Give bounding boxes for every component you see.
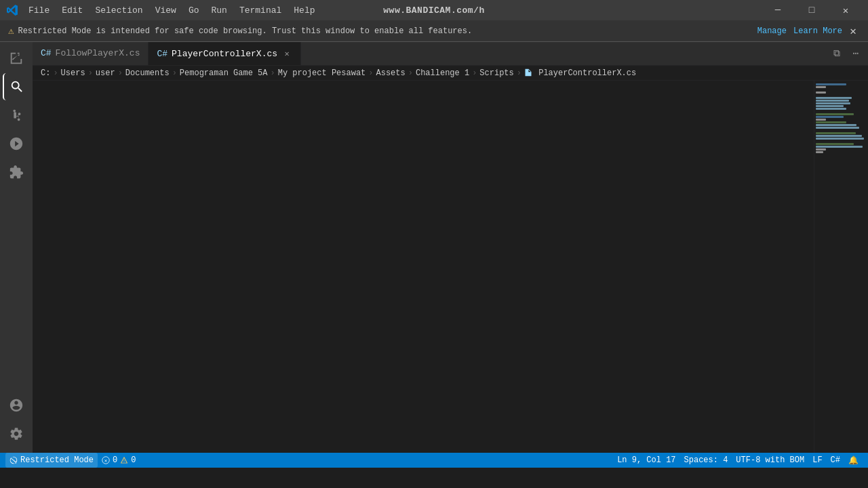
- cs-file-icon: C#: [41, 48, 52, 58]
- restricted-mode-icon: [9, 456, 18, 464]
- tab-label-follow: FollowPlayerX.cs: [56, 48, 140, 58]
- minimap: [814, 81, 868, 453]
- warning-message: Restricted Mode is intended for safe cod…: [18, 26, 753, 36]
- tabs-right-actions: ⧉ ⋯: [825, 42, 868, 65]
- tab-player-controller[interactable]: C# PlayerControllerX.cs ✕: [149, 42, 301, 65]
- split-editor-button[interactable]: ⧉: [829, 45, 845, 62]
- status-bar: Restricted Mode ✕ 0 0 Ln 9, Col 17 Space…: [0, 453, 868, 468]
- minimize-button[interactable]: ─: [762, 0, 793, 20]
- tab-follow-player[interactable]: C# FollowPlayerX.cs: [33, 42, 149, 65]
- activity-explorer[interactable]: [3, 45, 30, 72]
- main-container: C# FollowPlayerX.cs C# PlayerControllerX…: [0, 42, 868, 453]
- banner-close-button[interactable]: ✕: [846, 24, 860, 38]
- svg-text:✕: ✕: [104, 458, 108, 464]
- line-col-status[interactable]: Ln 9, Col 17: [613, 453, 679, 468]
- breadcrumb-users[interactable]: Users: [61, 68, 85, 78]
- breadcrumb-project[interactable]: My project Pesawat: [278, 68, 366, 78]
- menu-run[interactable]: Run: [205, 4, 232, 17]
- activity-extensions[interactable]: [3, 159, 30, 186]
- activity-search[interactable]: [3, 73, 30, 100]
- title-bar-left: File Edit Selection View Go Run Terminal…: [7, 4, 321, 17]
- notifications-button[interactable]: 🔔: [844, 453, 863, 468]
- warning-icon: ⚠: [8, 25, 14, 37]
- title-bar: File Edit Selection View Go Run Terminal…: [0, 0, 868, 20]
- maximize-button[interactable]: □: [796, 0, 827, 20]
- title-bar-right: ─ □ ✕: [762, 0, 861, 20]
- status-right: Ln 9, Col 17 Spaces: 4 UTF-8 with BOM LF…: [613, 453, 863, 468]
- restricted-mode-label: Restricted Mode: [20, 455, 94, 465]
- breadcrumb-challenge[interactable]: Challenge 1: [416, 68, 469, 78]
- cs-file-icon-active: C#: [157, 49, 167, 59]
- learn-more-link[interactable]: Learn More: [793, 26, 842, 36]
- menu-file[interactable]: File: [23, 4, 55, 17]
- activity-settings[interactable]: [3, 420, 30, 447]
- menu-selection[interactable]: Selection: [90, 4, 148, 17]
- menu-go[interactable]: Go: [183, 4, 205, 17]
- tab-label-controller: PlayerControllerX.cs: [172, 49, 277, 59]
- breadcrumb-scripts[interactable]: Scripts: [479, 68, 513, 78]
- line-numbers: [33, 81, 66, 453]
- more-actions-button[interactable]: ⋯: [848, 45, 864, 62]
- warning-count: 0: [131, 455, 136, 465]
- tab-close-button[interactable]: ✕: [281, 48, 292, 59]
- breadcrumb-c[interactable]: C:: [41, 68, 50, 78]
- activity-bar: [0, 42, 33, 453]
- tabs-bar: C# FollowPlayerX.cs C# PlayerControllerX…: [33, 42, 868, 66]
- activity-bottom: [3, 392, 30, 453]
- activity-source-control[interactable]: [3, 102, 30, 129]
- spaces-status[interactable]: Spaces: 4: [680, 453, 732, 468]
- menu-view[interactable]: View: [150, 4, 182, 17]
- error-icon: ✕: [102, 456, 110, 464]
- status-left: Restricted Mode ✕ 0 0: [5, 453, 140, 468]
- warning-icon: [120, 456, 128, 464]
- breadcrumb: C: › Users › user › Documents › Pemogram…: [33, 66, 868, 81]
- breadcrumb-documents[interactable]: Documents: [125, 68, 170, 78]
- code-content[interactable]: [66, 81, 814, 453]
- warning-banner: ⚠ Restricted Mode is intended for safe c…: [0, 20, 868, 42]
- language-status[interactable]: C#: [827, 453, 844, 468]
- menu-bar: File Edit Selection View Go Run Terminal…: [23, 4, 321, 17]
- code-editor[interactable]: [33, 81, 868, 453]
- restricted-mode-status[interactable]: Restricted Mode: [5, 453, 98, 468]
- encoding-status[interactable]: UTF-8 with BOM: [732, 453, 808, 468]
- title-center: www.BANDICAM.com/h: [383, 5, 484, 16]
- breadcrumb-user[interactable]: user: [96, 68, 115, 78]
- close-window-button[interactable]: ✕: [830, 0, 861, 20]
- breadcrumb-game[interactable]: Pemograman Game 5A: [180, 68, 268, 78]
- manage-link[interactable]: Manage: [757, 26, 787, 36]
- errors-status[interactable]: ✕ 0 0: [98, 453, 140, 468]
- editor-area: C# FollowPlayerX.cs C# PlayerControllerX…: [33, 42, 868, 453]
- error-count: 0: [113, 455, 117, 465]
- menu-edit[interactable]: Edit: [56, 4, 88, 17]
- menu-terminal[interactable]: Terminal: [234, 4, 287, 17]
- menu-help[interactable]: Help: [288, 4, 320, 17]
- minimap-content: [814, 81, 868, 159]
- activity-run-debug[interactable]: [3, 130, 30, 157]
- breadcrumb-file[interactable]: PlayerControllerX.cs: [524, 68, 636, 78]
- activity-accounts[interactable]: [3, 392, 30, 419]
- line-ending-status[interactable]: LF: [808, 453, 826, 468]
- vscode-logo: [7, 5, 18, 16]
- breadcrumb-assets[interactable]: Assets: [376, 68, 406, 78]
